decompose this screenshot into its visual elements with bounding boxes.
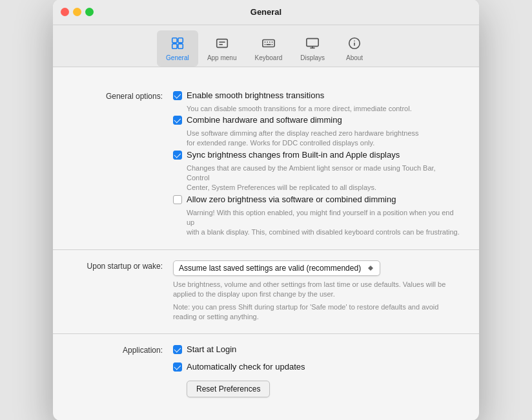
startup-select[interactable]: Assume last saved settings are valid (re… (173, 260, 380, 276)
tab-about-label: About (346, 54, 363, 61)
general-icon (169, 34, 187, 52)
option-smooth-brightness: Enable smooth brightness transitions (173, 90, 460, 101)
application-section: Application: Start at Login Automaticall… (53, 344, 479, 408)
tab-about[interactable]: About (334, 30, 375, 67)
general-options-section: General options: Enable smooth brightnes… (53, 90, 479, 250)
general-options-row: General options: Enable smooth brightnes… (72, 90, 460, 239)
svg-rect-4 (216, 39, 227, 47)
startup-row: Upon startup or wake: Assume last saved … (72, 260, 460, 324)
hint-sync-brightness: Changes that are caused by the Ambient l… (187, 163, 460, 193)
tab-general[interactable]: General (157, 30, 198, 67)
label-start-login: Start at Login (187, 344, 236, 355)
label-auto-update: Automatically check for updates (187, 362, 305, 373)
svg-rect-15 (307, 38, 318, 46)
titlebar: General (53, 0, 479, 25)
about-icon (345, 34, 363, 52)
checkbox-start-login[interactable] (173, 345, 182, 354)
svg-rect-3 (178, 44, 183, 48)
application-controls: Start at Login Automatically check for u… (173, 344, 460, 397)
checkbox-smooth-brightness[interactable] (173, 91, 182, 100)
startup-section: Upon startup or wake: Assume last saved … (53, 260, 479, 335)
main-window: General General (53, 0, 479, 420)
hint-startup-1: Use brightness, volume and other setting… (173, 280, 460, 300)
content-area: General options: Enable smooth brightnes… (53, 67, 479, 420)
hint-smooth-brightness: You can disable smooth transitions for a… (187, 104, 460, 114)
displays-icon (303, 34, 322, 52)
tab-keyboard[interactable]: Keyboard (245, 30, 291, 67)
minimize-button[interactable] (73, 8, 81, 16)
option-zero-brightness: Allow zero brightness via software or co… (173, 194, 460, 205)
label-smooth-brightness: Enable smooth brightness transitions (187, 90, 324, 101)
option-sync-brightness: Sync brightness changes from Built-in an… (173, 150, 460, 161)
tab-app-menu[interactable]: App menu (198, 30, 246, 67)
option-combine-dimming: Combine hardware and software dimming (173, 115, 460, 126)
label-zero-brightness: Allow zero brightness via software or co… (187, 194, 396, 205)
window-title: General (251, 7, 281, 17)
tab-app-menu-label: App menu (207, 54, 237, 61)
option-auto-update: Automatically check for updates (173, 362, 460, 373)
app-menu-icon (213, 34, 231, 52)
tab-displays[interactable]: Displays (291, 30, 334, 67)
general-options-label: General options: (72, 90, 163, 101)
general-options-controls: Enable smooth brightness transitions You… (173, 90, 460, 239)
checkbox-combine-dimming[interactable] (173, 116, 182, 125)
tab-general-label: General (166, 54, 189, 61)
hint-startup-2: Note: you can press Shift during startup… (173, 302, 460, 322)
keyboard-icon (260, 34, 278, 52)
svg-rect-0 (172, 38, 177, 43)
svg-rect-7 (263, 39, 274, 47)
maximize-button[interactable] (85, 8, 94, 16)
svg-rect-1 (178, 38, 183, 43)
hint-combine-dimming: Use software dimming after the display r… (187, 129, 460, 149)
close-button[interactable] (61, 8, 69, 16)
checkbox-zero-brightness[interactable] (173, 195, 182, 204)
label-sync-brightness: Sync brightness changes from Built-in an… (187, 150, 400, 161)
traffic-lights (61, 8, 94, 16)
option-start-login: Start at Login (173, 344, 460, 355)
startup-label: Upon startup or wake: (72, 260, 163, 271)
hint-zero-brightness: Warning! With this option enabled, you m… (187, 208, 460, 238)
tab-displays-label: Displays (300, 54, 325, 61)
toolbar: General App menu (53, 25, 479, 67)
startup-select-container: Assume last saved settings are valid (re… (173, 260, 460, 276)
checkbox-auto-update[interactable] (173, 362, 182, 372)
checkbox-sync-brightness[interactable] (173, 151, 182, 160)
application-row: Application: Start at Login Automaticall… (72, 344, 460, 397)
application-label: Application: (72, 344, 163, 355)
svg-rect-2 (172, 44, 177, 48)
tab-keyboard-label: Keyboard (254, 54, 282, 61)
svg-point-20 (354, 41, 355, 41)
startup-controls: Assume last saved settings are valid (re… (173, 260, 460, 324)
label-combine-dimming: Combine hardware and software dimming (187, 115, 342, 126)
reset-preferences-button[interactable]: Reset Preferences (187, 381, 270, 397)
